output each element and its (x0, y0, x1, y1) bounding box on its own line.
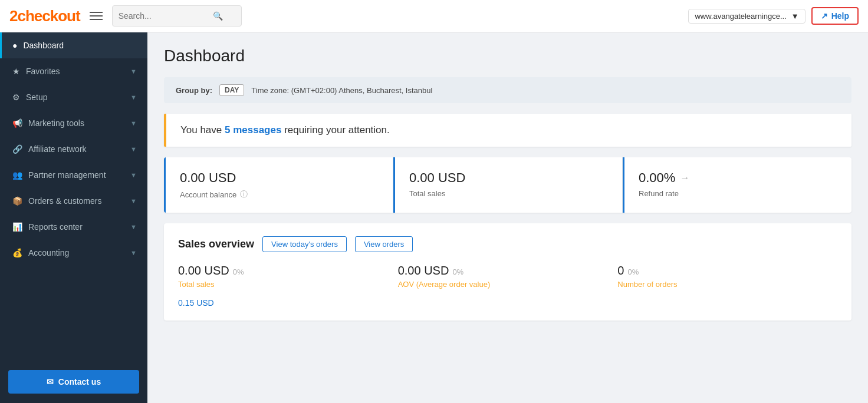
sales-stat-orders: 0 0% Number of orders (617, 264, 837, 289)
sidebar-item-orders-customers[interactable]: 📦 Orders & customers ▼ (0, 188, 147, 214)
sidebar-item-marketing-tools[interactable]: 📢 Marketing tools ▼ (0, 110, 147, 136)
sidebar-item-label: Favorites (26, 67, 60, 76)
stat-label-total-sales: Total sales (409, 189, 608, 198)
sidebar-item-label: Dashboard (23, 41, 64, 50)
sales-stat-pct-orders: 0% (627, 267, 639, 276)
sales-stat-pct-aov: 0% (452, 267, 463, 276)
sales-stat-aov: 0.00 USD 0% AOV (Average order value) (398, 264, 618, 289)
stat-label-account-balance: Account balance ⓘ (180, 189, 379, 200)
sales-stat-total-sales: 0.00 USD 0% Total sales (178, 264, 398, 289)
sidebar-item-label: Reports center (28, 222, 83, 232)
help-icon[interactable]: ⓘ (240, 189, 248, 200)
sales-overview-card: Sales overview View today's orders View … (164, 223, 851, 321)
contact-us-label: Contact us (58, 377, 101, 387)
sidebar-item-favorites[interactable]: ★ Favorites ▼ (0, 58, 147, 84)
sidebar-item-label: Affiliate network (28, 144, 87, 154)
sidebar-item-label: Setup (26, 93, 48, 102)
accounting-icon: 💰 (12, 248, 22, 257)
help-button[interactable]: ↗ Help (811, 7, 859, 25)
group-by-label: Group by: (176, 86, 212, 95)
sales-overview-header: Sales overview View today's orders View … (178, 236, 837, 252)
sidebar-item-affiliate-network[interactable]: 🔗 Affiliate network ▼ (0, 136, 147, 162)
sidebar-item-dashboard[interactable]: ● Dashboard (0, 32, 147, 58)
alert-suffix: requiring your attention. (281, 124, 389, 136)
affiliate-icon: 🔗 (12, 144, 22, 154)
sales-stat-label-aov: AOV (Average order value) (398, 280, 604, 289)
site-selector[interactable]: www.avangatelearningce... ▼ (688, 9, 805, 24)
logo: 2checkout (9, 7, 80, 25)
chevron-right-icon: ▼ (130, 146, 137, 153)
chevron-right-icon: ▼ (130, 171, 137, 179)
partner-icon: 👥 (12, 170, 22, 180)
sidebar-item-label: Partner management (28, 170, 106, 180)
view-todays-orders-button[interactable]: View today's orders (262, 236, 347, 252)
sales-stat-value-total: 0.00 USD 0% (178, 264, 384, 278)
search-icon: 🔍 (213, 11, 223, 21)
page-title: Dashboard (164, 47, 851, 65)
hamburger-menu[interactable] (90, 12, 103, 20)
stat-value-total-sales: 0.00 USD (409, 170, 608, 186)
chevron-right-icon: ▼ (130, 120, 137, 127)
chevron-right-icon: ▼ (130, 68, 137, 75)
setup-icon: ⚙ (12, 93, 20, 102)
chevron-down-icon: ▼ (791, 12, 799, 21)
dashboard-icon: ● (12, 41, 17, 50)
sidebar-item-reports-center[interactable]: 📊 Reports center ▼ (0, 214, 147, 240)
stats-row: 0.00 USD Account balance ⓘ 0.00 USD Tota… (164, 157, 851, 213)
sidebar-item-accounting[interactable]: 💰 Accounting ▼ (0, 240, 147, 266)
sidebar-item-label: Marketing tools (28, 118, 84, 128)
favorites-icon: ★ (12, 67, 20, 76)
chevron-right-icon: ▼ (130, 197, 137, 204)
sidebar-item-partner-management[interactable]: 👥 Partner management ▼ (0, 162, 147, 188)
stat-card-total-sales: 0.00 USD Total sales (393, 157, 623, 213)
site-selector-text: www.avangatelearningce... (695, 12, 786, 21)
external-link-icon: ↗ (821, 11, 828, 21)
search-input[interactable] (119, 11, 213, 21)
main-content: Dashboard Group by: DAY Time zone: (GMT+… (147, 32, 868, 403)
arrow-right-icon: → (680, 173, 689, 183)
chevron-right-icon: ▼ (130, 249, 137, 256)
sales-overview-title: Sales overview (178, 238, 254, 250)
sales-stat-value-aov: 0.00 USD 0% (398, 264, 604, 278)
orders-icon: 📦 (12, 196, 22, 206)
main-layout: ● Dashboard ★ Favorites ▼ ⚙ Setup ▼ 📢 Ma… (0, 32, 868, 403)
group-by-bar: Group by: DAY Time zone: (GMT+02:00) Ath… (164, 77, 851, 103)
stat-value-account-balance: 0.00 USD (180, 170, 379, 186)
alert-prefix: You have (180, 124, 225, 136)
sales-stat-label-total: Total sales (178, 280, 384, 289)
email-icon: ✉ (47, 377, 54, 387)
sidebar-item-setup[interactable]: ⚙ Setup ▼ (0, 84, 147, 110)
stat-card-account-balance: 0.00 USD Account balance ⓘ (164, 157, 393, 213)
sidebar-item-label: Orders & customers (28, 196, 101, 206)
sales-stat-pct-total: 0% (233, 267, 244, 276)
stat-value-refund-rate: 0.00% → (639, 170, 837, 186)
stat-card-refund-rate: 0.00% → Refund rate (623, 157, 851, 213)
sales-stat-label-orders: Number of orders (617, 280, 823, 289)
day-badge[interactable]: DAY (219, 84, 244, 96)
top-navigation: 2checkout 🔍 www.avangatelearningce... ▼ … (0, 0, 868, 32)
nav-right: www.avangatelearningce... ▼ ↗ Help (688, 7, 859, 25)
contact-us-button[interactable]: ✉ Contact us (8, 370, 139, 394)
marketing-icon: 📢 (12, 118, 22, 128)
sales-stat-value-orders: 0 0% (617, 264, 823, 278)
timezone-text: Time zone: (GMT+02:00) Athens, Bucharest… (251, 86, 432, 95)
stat-label-refund-rate: Refund rate (639, 189, 837, 198)
sidebar: ● Dashboard ★ Favorites ▼ ⚙ Setup ▼ 📢 Ma… (0, 32, 147, 403)
reports-icon: 📊 (12, 222, 22, 232)
search-bar: 🔍 (112, 5, 242, 27)
view-orders-button[interactable]: View orders (355, 236, 413, 252)
alert-count[interactable]: 5 messages (225, 124, 281, 136)
sidebar-item-label: Accounting (28, 248, 69, 257)
chevron-right-icon: ▼ (130, 223, 137, 230)
chevron-right-icon: ▼ (130, 94, 137, 101)
bottom-value: 0.15 USD (178, 298, 837, 308)
alert-banner: You have 5 messages requiring your atten… (164, 114, 851, 147)
sales-stats-row: 0.00 USD 0% Total sales 0.00 USD 0% AOV … (178, 264, 837, 289)
